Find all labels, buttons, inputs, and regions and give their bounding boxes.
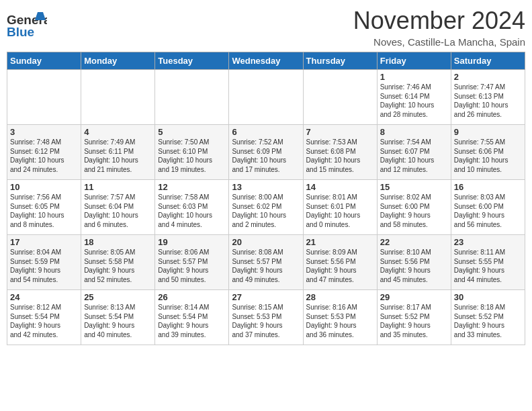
day-number: 30 [454, 292, 522, 302]
weekday-header: Sunday [7, 52, 81, 70]
calendar-day-cell: 28Sunrise: 8:16 AM Sunset: 5:53 PM Dayli… [303, 290, 377, 345]
day-info: Sunrise: 8:12 AM Sunset: 5:54 PM Dayligh… [10, 303, 78, 339]
calendar-day-cell: 1Sunrise: 7:46 AM Sunset: 6:14 PM Daylig… [377, 70, 451, 125]
day-info: Sunrise: 8:17 AM Sunset: 5:52 PM Dayligh… [380, 303, 448, 339]
calendar-day-cell: 13Sunrise: 8:00 AM Sunset: 6:02 PM Dayli… [229, 180, 303, 235]
calendar-day-cell: 14Sunrise: 8:01 AM Sunset: 6:01 PM Dayli… [303, 180, 377, 235]
calendar-day-cell: 17Sunrise: 8:04 AM Sunset: 5:59 PM Dayli… [7, 235, 81, 290]
calendar-week-row: 24Sunrise: 8:12 AM Sunset: 5:54 PM Dayli… [7, 290, 525, 345]
calendar-day-cell: 4Sunrise: 7:49 AM Sunset: 6:11 PM Daylig… [81, 125, 155, 180]
day-number: 26 [158, 292, 226, 302]
calendar-day-cell: 6Sunrise: 7:52 AM Sunset: 6:09 PM Daylig… [229, 125, 303, 180]
calendar-day-cell [229, 70, 303, 125]
day-number: 9 [454, 127, 522, 137]
calendar-day-cell: 27Sunrise: 8:15 AM Sunset: 5:53 PM Dayli… [229, 290, 303, 345]
calendar-day-cell: 30Sunrise: 8:18 AM Sunset: 5:52 PM Dayli… [451, 290, 525, 345]
calendar-day-cell: 23Sunrise: 8:11 AM Sunset: 5:55 PM Dayli… [451, 235, 525, 290]
calendar-day-cell [81, 70, 155, 125]
day-info: Sunrise: 8:09 AM Sunset: 5:56 PM Dayligh… [306, 248, 374, 284]
day-number: 12 [158, 182, 226, 192]
logo: General Blue [7, 9, 47, 38]
day-number: 24 [10, 292, 78, 302]
calendar-day-cell: 25Sunrise: 8:13 AM Sunset: 5:54 PM Dayli… [81, 290, 155, 345]
day-info: Sunrise: 7:56 AM Sunset: 6:05 PM Dayligh… [10, 193, 78, 229]
calendar-header-row: SundayMondayTuesdayWednesdayThursdayFrid… [7, 52, 525, 70]
calendar-day-cell [303, 70, 377, 125]
calendar-day-cell: 22Sunrise: 8:10 AM Sunset: 5:56 PM Dayli… [377, 235, 451, 290]
calendar-week-row: 1Sunrise: 7:46 AM Sunset: 6:14 PM Daylig… [7, 70, 525, 125]
day-info: Sunrise: 8:10 AM Sunset: 5:56 PM Dayligh… [380, 248, 448, 284]
day-number: 15 [380, 182, 448, 192]
day-number: 14 [306, 182, 374, 192]
day-info: Sunrise: 8:14 AM Sunset: 5:54 PM Dayligh… [158, 303, 226, 339]
calendar-day-cell: 18Sunrise: 8:05 AM Sunset: 5:58 PM Dayli… [81, 235, 155, 290]
calendar-day-cell: 2Sunrise: 7:47 AM Sunset: 6:13 PM Daylig… [451, 70, 525, 125]
day-number: 20 [232, 237, 300, 247]
day-number: 23 [454, 237, 522, 247]
weekday-header: Friday [377, 52, 451, 70]
calendar-day-cell [155, 70, 229, 125]
day-number: 21 [306, 237, 374, 247]
calendar-day-cell: 12Sunrise: 7:58 AM Sunset: 6:03 PM Dayli… [155, 180, 229, 235]
day-number: 7 [306, 127, 374, 137]
day-number: 6 [232, 127, 300, 137]
day-number: 3 [10, 127, 78, 137]
day-number: 2 [454, 72, 522, 82]
day-number: 17 [10, 237, 78, 247]
day-info: Sunrise: 7:48 AM Sunset: 6:12 PM Dayligh… [10, 138, 78, 174]
day-info: Sunrise: 8:00 AM Sunset: 6:02 PM Dayligh… [232, 193, 300, 229]
calendar-day-cell: 11Sunrise: 7:57 AM Sunset: 6:04 PM Dayli… [81, 180, 155, 235]
calendar-table: SundayMondayTuesdayWednesdayThursdayFrid… [7, 52, 525, 345]
location-subtitle: Noves, Castille-La Mancha, Spain [353, 36, 525, 48]
day-info: Sunrise: 7:53 AM Sunset: 6:08 PM Dayligh… [306, 138, 374, 174]
calendar-day-cell: 5Sunrise: 7:50 AM Sunset: 6:10 PM Daylig… [155, 125, 229, 180]
page-header: General Blue November 2024 Noves, Castil… [7, 7, 525, 48]
day-number: 27 [232, 292, 300, 302]
day-number: 8 [380, 127, 448, 137]
day-info: Sunrise: 7:46 AM Sunset: 6:14 PM Dayligh… [380, 83, 448, 119]
calendar-day-cell: 16Sunrise: 8:03 AM Sunset: 6:00 PM Dayli… [451, 180, 525, 235]
weekday-header: Tuesday [155, 52, 229, 70]
day-info: Sunrise: 8:03 AM Sunset: 6:00 PM Dayligh… [454, 193, 522, 229]
calendar-day-cell: 8Sunrise: 7:54 AM Sunset: 6:07 PM Daylig… [377, 125, 451, 180]
day-number: 10 [10, 182, 78, 192]
day-number: 13 [232, 182, 300, 192]
day-info: Sunrise: 7:57 AM Sunset: 6:04 PM Dayligh… [84, 193, 152, 229]
day-info: Sunrise: 8:18 AM Sunset: 5:52 PM Dayligh… [454, 303, 522, 339]
calendar-day-cell: 26Sunrise: 8:14 AM Sunset: 5:54 PM Dayli… [155, 290, 229, 345]
day-number: 19 [158, 237, 226, 247]
day-info: Sunrise: 8:16 AM Sunset: 5:53 PM Dayligh… [306, 303, 374, 339]
day-info: Sunrise: 8:13 AM Sunset: 5:54 PM Dayligh… [84, 303, 152, 339]
calendar-day-cell: 15Sunrise: 8:02 AM Sunset: 6:00 PM Dayli… [377, 180, 451, 235]
day-info: Sunrise: 7:54 AM Sunset: 6:07 PM Dayligh… [380, 138, 448, 174]
day-number: 11 [84, 182, 152, 192]
weekday-header: Thursday [303, 52, 377, 70]
day-number: 5 [158, 127, 226, 137]
calendar-day-cell: 24Sunrise: 8:12 AM Sunset: 5:54 PM Dayli… [7, 290, 81, 345]
day-number: 18 [84, 237, 152, 247]
day-info: Sunrise: 8:06 AM Sunset: 5:57 PM Dayligh… [158, 248, 226, 284]
calendar-day-cell: 20Sunrise: 8:08 AM Sunset: 5:57 PM Dayli… [229, 235, 303, 290]
calendar-day-cell: 21Sunrise: 8:09 AM Sunset: 5:56 PM Dayli… [303, 235, 377, 290]
title-area: November 2024 Noves, Castille-La Mancha,… [353, 7, 525, 48]
calendar-day-cell: 29Sunrise: 8:17 AM Sunset: 5:52 PM Dayli… [377, 290, 451, 345]
day-info: Sunrise: 7:52 AM Sunset: 6:09 PM Dayligh… [232, 138, 300, 174]
day-number: 4 [84, 127, 152, 137]
day-number: 29 [380, 292, 448, 302]
day-number: 1 [380, 72, 448, 82]
calendar-day-cell: 9Sunrise: 7:55 AM Sunset: 6:06 PM Daylig… [451, 125, 525, 180]
day-number: 28 [306, 292, 374, 302]
day-info: Sunrise: 8:04 AM Sunset: 5:59 PM Dayligh… [10, 248, 78, 284]
day-number: 22 [380, 237, 448, 247]
day-info: Sunrise: 8:01 AM Sunset: 6:01 PM Dayligh… [306, 193, 374, 229]
weekday-header: Wednesday [229, 52, 303, 70]
day-info: Sunrise: 7:55 AM Sunset: 6:06 PM Dayligh… [454, 138, 522, 174]
calendar-week-row: 3Sunrise: 7:48 AM Sunset: 6:12 PM Daylig… [7, 125, 525, 180]
calendar-day-cell: 10Sunrise: 7:56 AM Sunset: 6:05 PM Dayli… [7, 180, 81, 235]
day-number: 16 [454, 182, 522, 192]
day-info: Sunrise: 8:11 AM Sunset: 5:55 PM Dayligh… [454, 248, 522, 284]
day-number: 25 [84, 292, 152, 302]
calendar-week-row: 17Sunrise: 8:04 AM Sunset: 5:59 PM Dayli… [7, 235, 525, 290]
day-info: Sunrise: 7:49 AM Sunset: 6:11 PM Dayligh… [84, 138, 152, 174]
weekday-header: Saturday [451, 52, 525, 70]
